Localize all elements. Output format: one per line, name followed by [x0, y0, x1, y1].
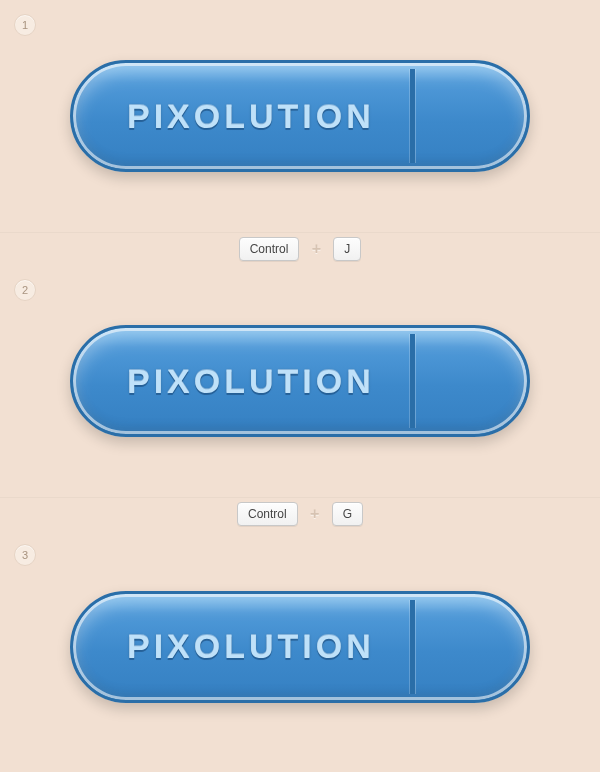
key-control: Control — [237, 502, 298, 526]
step-panel-2: 2 PIXOLUTION — [0, 265, 600, 498]
shortcut-row-2: Control + G — [0, 497, 600, 531]
key-control: Control — [239, 237, 300, 261]
step-panel-3: 3 PIXOLUTION — [0, 530, 600, 763]
step-panel-1: 1 PIXOLUTION — [0, 0, 600, 233]
tutorial-steps: 1 PIXOLUTION Control + J 2 PIXOLUTION Co… — [0, 0, 600, 763]
step-number-badge: 2 — [14, 279, 36, 301]
button-label: PIXOLUTION — [127, 97, 375, 136]
pill-divider — [410, 69, 415, 163]
pixolution-button[interactable]: PIXOLUTION — [70, 325, 530, 437]
shortcut-row-1: Control + J — [0, 232, 600, 266]
button-label: PIXOLUTION — [127, 627, 375, 666]
pill-divider — [410, 600, 415, 694]
pixolution-button[interactable]: PIXOLUTION — [70, 60, 530, 172]
step-number-badge: 3 — [14, 544, 36, 566]
pill-divider — [410, 334, 415, 428]
plus-icon: + — [306, 505, 324, 523]
key-g: G — [332, 502, 363, 526]
step-number-badge: 1 — [14, 14, 36, 36]
pixolution-button[interactable]: PIXOLUTION — [70, 591, 530, 703]
button-label: PIXOLUTION — [127, 362, 375, 401]
plus-icon: + — [307, 240, 325, 258]
key-j: J — [333, 237, 361, 261]
